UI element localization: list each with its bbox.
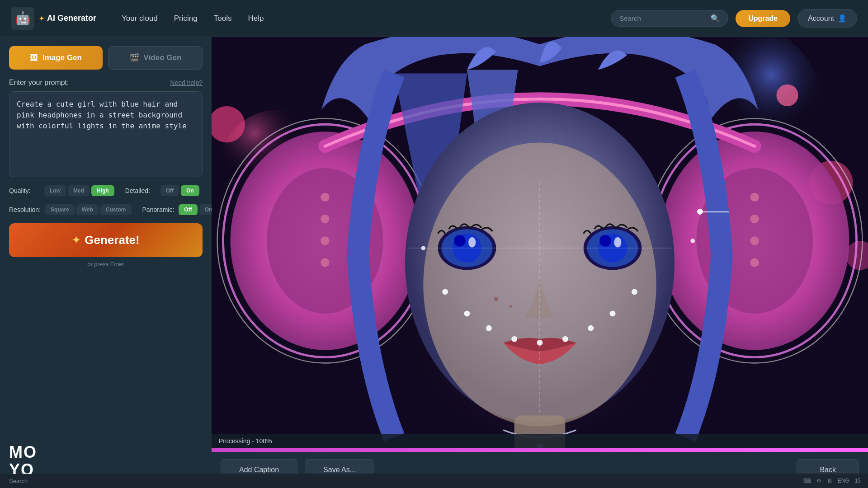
res-square[interactable]: Square bbox=[45, 204, 75, 215]
svg-point-41 bbox=[486, 325, 492, 331]
prompt-header: Enter your prompt: Need help? bbox=[9, 79, 203, 87]
svg-point-46 bbox=[610, 311, 616, 317]
monitor-icon: 🖥 bbox=[827, 478, 832, 484]
logo-area: 🤖 ✦ AI Generator bbox=[11, 7, 96, 30]
header: 🤖 ✦ AI Generator Your cloud Pricing Tool… bbox=[0, 0, 868, 37]
res-web[interactable]: Web bbox=[76, 204, 99, 215]
anime-image bbox=[212, 37, 868, 452]
tabs: 🖼 Image Gen 🎬 Video Gen bbox=[9, 46, 203, 70]
prompt-label: Enter your prompt: bbox=[9, 79, 69, 87]
panoramic-group: Panoramic: Off On bbox=[142, 204, 218, 215]
header-right: 🔍 Upgrade Account 👤 bbox=[611, 9, 857, 28]
quality-detailed-row: Quality: Low Med High Detailed: Off On bbox=[9, 185, 203, 196]
quality-med[interactable]: Med bbox=[68, 185, 90, 196]
svg-point-39 bbox=[442, 289, 448, 295]
quality-label: Quality: bbox=[9, 187, 40, 194]
svg-point-30 bbox=[468, 237, 476, 248]
svg-point-12 bbox=[321, 193, 329, 202]
language-label: ENG bbox=[838, 478, 849, 484]
progress-bar-fill bbox=[212, 448, 868, 452]
press-enter-label: or press Enter bbox=[9, 261, 203, 267]
prompt-textarea[interactable]: Create a cute girl with blue hair and pi… bbox=[9, 91, 203, 177]
account-button[interactable]: Account 👤 bbox=[797, 9, 857, 28]
svg-point-23 bbox=[750, 258, 759, 267]
detailed-toggle: Off On bbox=[160, 185, 199, 196]
svg-point-40 bbox=[464, 311, 470, 317]
detailed-label: Detailed: bbox=[125, 187, 156, 194]
svg-point-47 bbox=[632, 289, 637, 295]
bottom-search-label: Search bbox=[9, 478, 28, 484]
quality-group: Quality: Low Med High bbox=[9, 185, 114, 196]
need-help-link[interactable]: Need help? bbox=[170, 79, 203, 86]
panoramic-off[interactable]: Off bbox=[179, 204, 197, 215]
svg-point-36 bbox=[494, 297, 499, 301]
progress-area: Processing - 100% bbox=[212, 434, 868, 452]
keyboard-icon: ⌨ bbox=[803, 478, 811, 484]
ai-generator-label[interactable]: ✦ AI Generator bbox=[39, 14, 96, 23]
logo-icon: 🤖 bbox=[11, 7, 34, 30]
svg-point-42 bbox=[511, 336, 517, 342]
svg-point-34 bbox=[599, 235, 611, 247]
svg-point-29 bbox=[454, 235, 466, 247]
detailed-on[interactable]: On bbox=[181, 185, 199, 196]
svg-point-20 bbox=[750, 193, 759, 202]
resolution-label: Resolution: bbox=[9, 206, 41, 213]
svg-point-37 bbox=[509, 305, 512, 308]
quality-high[interactable]: High bbox=[91, 185, 114, 196]
resolution-toggle: Square Web Custom bbox=[45, 204, 131, 215]
detailed-off[interactable]: Off bbox=[160, 185, 179, 196]
svg-point-22 bbox=[750, 236, 759, 245]
main-content: 🖼 Image Gen 🎬 Video Gen Enter your promp… bbox=[0, 37, 868, 488]
sparkle-icon: ✦ bbox=[39, 15, 44, 22]
account-icon: 👤 bbox=[838, 14, 847, 23]
search-icon: 🔍 bbox=[711, 14, 720, 23]
detailed-group: Detailed: Off On bbox=[125, 185, 203, 196]
svg-point-45 bbox=[588, 325, 594, 331]
svg-point-14 bbox=[321, 236, 329, 245]
nav-help[interactable]: Help bbox=[248, 12, 264, 25]
quality-low[interactable]: Low bbox=[44, 185, 66, 196]
generate-button[interactable]: ✦ Generate! bbox=[9, 223, 203, 257]
nav-tools[interactable]: Tools bbox=[214, 12, 232, 25]
image-gen-icon: 🖼 bbox=[30, 53, 38, 63]
tab-image-gen[interactable]: 🖼 Image Gen bbox=[9, 46, 103, 70]
right-panel: Processing - 100% Add Caption Save As...… bbox=[212, 37, 868, 488]
system-bar: ⌨ ⚙ 🖥 ENG 15 bbox=[212, 474, 868, 488]
res-custom[interactable]: Custom bbox=[100, 204, 132, 215]
time-label: 15 bbox=[855, 478, 861, 484]
svg-point-35 bbox=[614, 237, 621, 248]
resolution-group: Resolution: Square Web Custom bbox=[9, 204, 132, 215]
left-panel: 🖼 Image Gen 🎬 Video Gen Enter your promp… bbox=[0, 37, 212, 488]
search-box[interactable]: 🔍 bbox=[611, 10, 728, 27]
resolution-panoramic-row: Resolution: Square Web Custom Panoramic:… bbox=[9, 204, 203, 215]
svg-point-50 bbox=[421, 246, 425, 250]
quality-toggle: Low Med High bbox=[44, 185, 114, 196]
processing-label: Processing - 100% bbox=[212, 434, 868, 448]
settings-icon: ⚙ bbox=[816, 478, 821, 484]
progress-bar-bg bbox=[212, 448, 868, 452]
video-gen-icon: 🎬 bbox=[129, 53, 139, 63]
panoramic-label: Panoramic: bbox=[142, 206, 175, 213]
bottom-search-bar: Search bbox=[0, 474, 212, 488]
main-nav: Your cloud Pricing Tools Help bbox=[122, 12, 264, 25]
svg-point-6 bbox=[776, 84, 798, 106]
svg-point-13 bbox=[321, 215, 329, 223]
upgrade-button[interactable]: Upgrade bbox=[736, 10, 790, 27]
svg-point-15 bbox=[321, 258, 329, 267]
tab-video-gen[interactable]: 🎬 Video Gen bbox=[108, 46, 203, 70]
svg-point-51 bbox=[690, 239, 695, 243]
image-container: Processing - 100% bbox=[212, 37, 868, 452]
svg-point-21 bbox=[750, 215, 759, 223]
nav-your-cloud[interactable]: Your cloud bbox=[122, 12, 158, 25]
search-input[interactable] bbox=[619, 14, 706, 22]
generate-sparkle-icon: ✦ bbox=[72, 235, 80, 246]
anime-portrait-svg bbox=[212, 37, 868, 452]
nav-pricing[interactable]: Pricing bbox=[174, 12, 198, 25]
svg-point-44 bbox=[562, 336, 568, 342]
